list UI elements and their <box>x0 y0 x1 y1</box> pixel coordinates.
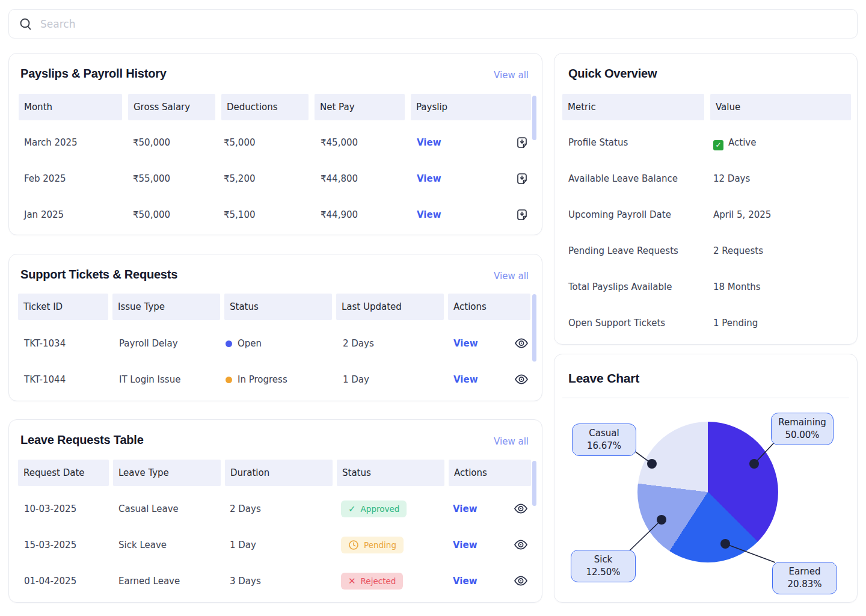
column-header-netpay: Net Pay <box>315 94 405 120</box>
payslip-net: ₹44,800 <box>321 170 358 187</box>
leave-scrollbar[interactable] <box>532 461 536 506</box>
support-tickets-title: Support Tickets & Requests <box>20 268 177 282</box>
leave-duration: 3 Days <box>230 573 261 590</box>
metric-value: April 5, 2025 <box>713 206 771 223</box>
metric-value: ✓Active <box>713 134 756 151</box>
payslip-net: ₹45,000 <box>321 134 358 151</box>
leave-requests-title: Leave Requests Table <box>20 433 144 447</box>
metric-value: 12 Days <box>713 170 750 187</box>
leave-duration: 1 Day <box>230 537 256 553</box>
leave-date: 10-03-2025 <box>24 500 76 517</box>
green-check-icon: ✓ <box>713 140 723 150</box>
payslips-scrollbar[interactable] <box>532 96 536 140</box>
ticket-updated: 1 Day <box>343 371 369 388</box>
column-header-actions: Actions <box>449 460 531 486</box>
ticket-updated: 2 Days <box>343 335 374 352</box>
eye-icon[interactable] <box>514 503 528 514</box>
column-header-leave-type: Leave Type <box>113 460 221 486</box>
leave-chart-title: Leave Chart <box>568 371 639 386</box>
column-header-ticket-id: Ticket ID <box>18 294 108 320</box>
search-bar <box>8 9 858 38</box>
column-header-payslip: Payslip <box>411 94 531 120</box>
metric-label: Open Support Tickets <box>568 315 665 331</box>
support-tickets-card: Support Tickets & Requests View all Tick… <box>8 254 542 401</box>
metric-label: Profile Status <box>568 134 628 151</box>
check-icon: ✓ <box>348 504 356 514</box>
status-dot-in-progress <box>226 377 232 383</box>
column-header-status: Status <box>337 460 444 486</box>
quick-overview-title: Quick Overview <box>568 67 657 81</box>
payslip-gross: ₹55,000 <box>133 170 170 187</box>
x-icon: ✕ <box>348 576 356 587</box>
payslip-view-link[interactable]: View <box>417 134 441 151</box>
pie-label-remaining: Remaining50.00% <box>771 413 834 445</box>
leave-date: 15-03-2025 <box>24 537 76 553</box>
ticket-status: In Progress <box>226 371 287 388</box>
payslip-deductions: ₹5,000 <box>224 134 256 151</box>
leave-view-link[interactable]: View <box>453 500 478 517</box>
metric-label: Total Payslips Available <box>568 279 672 295</box>
payslips-card: Payslips & Payroll History View all Mont… <box>8 53 542 235</box>
quick-overview-card: Quick Overview Metric Value Profile Stat… <box>554 53 858 345</box>
column-header-value: Value <box>710 94 851 120</box>
ticket-view-link[interactable]: View <box>453 335 478 352</box>
payslip-month: March 2025 <box>24 134 78 151</box>
payslip-view-link[interactable]: View <box>417 170 441 187</box>
ticket-issue: IT Login Issue <box>119 371 180 388</box>
metric-value: 2 Requests <box>713 242 763 259</box>
payslip-gross: ₹50,000 <box>133 206 170 223</box>
status-badge-approved: ✓ Approved <box>341 500 407 517</box>
payslip-month: Jan 2025 <box>24 206 64 223</box>
column-header-metric: Metric <box>562 94 704 120</box>
pie-label-sick: Sick12.50% <box>571 550 636 582</box>
column-header-month: Month <box>19 94 122 120</box>
search-icon <box>19 17 33 31</box>
column-header-duration: Duration <box>225 460 333 486</box>
column-header-request-date: Request Date <box>18 460 109 486</box>
ticket-view-link[interactable]: View <box>453 371 478 388</box>
metric-label: Pending Leave Requests <box>568 242 678 259</box>
download-payslip-icon[interactable] <box>515 208 529 221</box>
pie-label-casual: Casual16.67% <box>572 424 636 456</box>
leave-view-all-link[interactable]: View all <box>494 436 529 447</box>
payslip-view-link[interactable]: View <box>417 206 441 223</box>
divider <box>562 398 849 398</box>
leave-chart-card: Leave Chart Casual16.67% Remaining50.00%… <box>554 354 858 603</box>
leave-requests-card: Leave Requests Table View all Request Da… <box>8 419 542 603</box>
leave-pie-chart <box>637 422 778 562</box>
leave-type: Sick Leave <box>118 537 167 553</box>
column-header-status: Status <box>224 294 332 320</box>
payslip-month: Feb 2025 <box>24 170 66 187</box>
download-payslip-icon[interactable] <box>515 172 529 185</box>
download-payslip-icon[interactable] <box>515 136 529 149</box>
column-header-actions: Actions <box>448 294 530 320</box>
eye-icon[interactable] <box>514 575 528 587</box>
leave-duration: 2 Days <box>230 500 261 517</box>
leave-view-link[interactable]: View <box>453 537 478 553</box>
payslips-view-all-link[interactable]: View all <box>494 70 529 81</box>
ticket-issue: Payroll Delay <box>119 335 178 352</box>
eye-icon[interactable] <box>514 539 528 550</box>
support-view-all-link[interactable]: View all <box>494 271 529 282</box>
metric-value: 1 Pending <box>713 315 758 331</box>
search-input[interactable] <box>40 18 847 30</box>
ticket-id: TKT-1044 <box>24 371 66 388</box>
support-scrollbar[interactable] <box>532 294 536 362</box>
column-header-issue-type: Issue Type <box>112 294 220 320</box>
payslip-net: ₹44,900 <box>321 206 358 223</box>
payslips-title: Payslips & Payroll History <box>20 67 167 81</box>
ticket-status: Open <box>226 335 262 352</box>
clock-icon <box>348 540 359 550</box>
column-header-last-updated: Last Updated <box>336 294 444 320</box>
eye-icon[interactable] <box>514 337 529 349</box>
status-badge-rejected: ✕ Rejected <box>341 573 403 590</box>
leave-type: Earned Leave <box>118 573 180 590</box>
metric-value: 18 Months <box>713 279 761 295</box>
ticket-id: TKT-1034 <box>24 335 66 352</box>
leave-view-link[interactable]: View <box>453 573 478 590</box>
payslip-deductions: ₹5,200 <box>224 170 256 187</box>
eye-icon[interactable] <box>514 374 529 385</box>
pie-label-earned: Earned20.83% <box>772 562 837 594</box>
column-header-deductions: Deductions <box>221 94 309 120</box>
leave-date: 01-04-2025 <box>24 573 76 590</box>
